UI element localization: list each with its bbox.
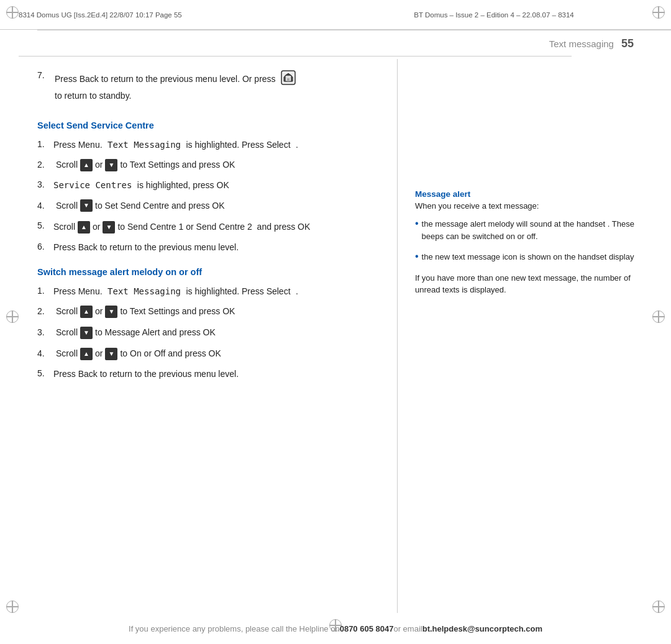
step-7-text-part1: Press Back to return to the previous men… <box>55 74 276 84</box>
s1-step6-num: 6. <box>37 240 53 253</box>
footer-text-before: If you experience any problems, please c… <box>129 624 340 633</box>
s1-step2-scroll: Scroll <box>56 157 78 173</box>
arrow-up-4: ▲ <box>80 348 93 360</box>
s1-step1-body: Press Menu. Text Messaging is highlighte… <box>53 138 298 152</box>
sidebar-bullet-1: • the message alert melody will sound at… <box>415 218 652 242</box>
sidebar-bullet-2: • the new text message icon is shown on … <box>415 251 652 263</box>
s1-step3-num: 3. <box>37 178 53 191</box>
s1-step4-num: 4. <box>37 199 53 212</box>
section1-heading: Select Send Service Centre <box>37 120 385 130</box>
s2-step4-body: Scroll ▲ or ▼ to On or Off and press OK <box>56 346 221 361</box>
step-7-number: 7. <box>37 70 55 80</box>
s2-step2-num: 2. <box>37 305 53 318</box>
home-icon <box>281 70 296 89</box>
page-title-area: Text messaging 55 <box>0 32 671 53</box>
arrow-up-1: ▲ <box>80 159 93 171</box>
s1-step5-body: Scroll ▲ or ▼ to Send Centre 1 or Send C… <box>53 219 310 235</box>
arrow-up-2: ▲ <box>78 221 90 234</box>
section-select-send-service-centre: Select Send Service Centre 1. Press Menu… <box>37 120 385 255</box>
s1-step2-rest: to Text Settings and press OK <box>120 157 235 173</box>
header-center: BT Domus – Issue 2 – Edition 4 – 22.08.0… <box>336 11 652 19</box>
section1-step-5: 5. Scroll ▲ or ▼ to Send Centre 1 or Sen… <box>37 219 385 235</box>
right-column: Message alert When you receive a text me… <box>398 59 671 613</box>
arrow-down-5: ▼ <box>80 327 93 339</box>
s2-step1-num: 1. <box>37 284 53 297</box>
section2-step-2: 2. Scroll ▲ or ▼ to Text Settings and pr… <box>37 304 385 319</box>
footer: If you experience any problems, please c… <box>0 613 671 644</box>
section-switch-message-alert: Switch message alert melody on or off 1.… <box>37 267 385 381</box>
sidebar-extra-text: If you have more than one new text messa… <box>415 272 652 296</box>
sidebar-subheading: When you receive a text message: <box>415 201 652 211</box>
section2-step-5: 5. Press Back to return to the previous … <box>37 367 385 381</box>
s2-step4-num: 4. <box>37 347 53 360</box>
sidebar-bullet-1-text: the message alert melody will sound at t… <box>422 218 652 242</box>
s1-step6-body: Press Back to return to the previous men… <box>53 240 239 254</box>
s2-step5-body: Press Back to return to the previous men… <box>53 367 239 381</box>
s2-step3-num: 3. <box>37 326 53 339</box>
section1-step-4: 4. Scroll ▼ to Set Send Centre and press… <box>37 198 385 214</box>
arrow-down-3: ▼ <box>103 221 115 234</box>
footer-phone: 0870 605 8047 <box>340 624 394 633</box>
s1-step2-or: or <box>95 157 103 173</box>
arrow-up-3: ▲ <box>80 306 93 318</box>
footer-text-middle: or email <box>393 624 422 633</box>
s1-step1-num: 1. <box>37 138 53 151</box>
s2-step3-body: Scroll ▼ to Message Alert and press OK <box>56 325 216 340</box>
s1-step4-body: Scroll ▼ to Set Send Centre and press OK <box>56 198 225 214</box>
arrow-down-6: ▼ <box>105 348 117 360</box>
s2-step2-body: Scroll ▲ or ▼ to Text Settings and press… <box>56 304 235 319</box>
s1-step2-body: Scroll ▲ or ▼ to Text Settings and press… <box>56 157 235 173</box>
title-separator <box>19 56 572 57</box>
section1-step-6: 6. Press Back to return to the previous … <box>37 240 385 254</box>
bullet-dot-1: • <box>415 218 419 229</box>
sidebar-heading: Message alert <box>415 189 652 199</box>
step-7: 7. Press Back to return to the previous … <box>37 70 385 103</box>
section1-step-3: 3. Service Centres is highlighted, press… <box>37 178 385 192</box>
bullet-dot-2: • <box>415 251 419 262</box>
s2-step1-body: Press Menu. Text Messaging is highlighte… <box>53 284 298 298</box>
step-7-text-part2: to return to standby. <box>55 91 131 101</box>
page-number: 55 <box>621 37 634 50</box>
footer-email: bt.helpdesk@suncorptech.com <box>422 624 542 633</box>
top-rule <box>37 30 671 30</box>
section1-step-1: 1. Press Menu. Text Messaging is highlig… <box>37 138 385 152</box>
section2-step-3: 3. Scroll ▼ to Message Alert and press O… <box>37 325 385 340</box>
section1-step-2: 2. Scroll ▲ or ▼ to Text Settings and pr… <box>37 157 385 173</box>
step-7-text: Press Back to return to the previous men… <box>55 70 298 103</box>
s1-step3-body: Service Centres is highlighted, press OK <box>53 178 229 192</box>
s2-step5-num: 5. <box>37 367 53 380</box>
arrow-down-2: ▼ <box>80 199 93 212</box>
header-left: 8314 Domus UG [Iss.2Ed.4] 22/8/07 10:17 … <box>19 11 336 19</box>
page-title: Text messaging <box>549 39 614 49</box>
s1-step5-num: 5. <box>37 219 53 232</box>
section2-step-4: 4. Scroll ▲ or ▼ to On or Off and press … <box>37 346 385 361</box>
arrow-down-4: ▼ <box>105 306 117 318</box>
svg-rect-3 <box>287 78 290 81</box>
section2-step-1: 1. Press Menu. Text Messaging is highlig… <box>37 284 385 298</box>
section2-heading: Switch message alert melody on or off <box>37 267 385 277</box>
left-column: 7. Press Back to return to the previous … <box>0 59 398 613</box>
s1-step2-num: 2. <box>37 158 53 171</box>
header-bar: 8314 Domus UG [Iss.2Ed.4] 22/8/07 10:17 … <box>0 0 671 30</box>
arrow-down-1: ▼ <box>105 159 117 171</box>
sidebar-bullet-2-text: the new text message icon is shown on th… <box>422 251 634 263</box>
